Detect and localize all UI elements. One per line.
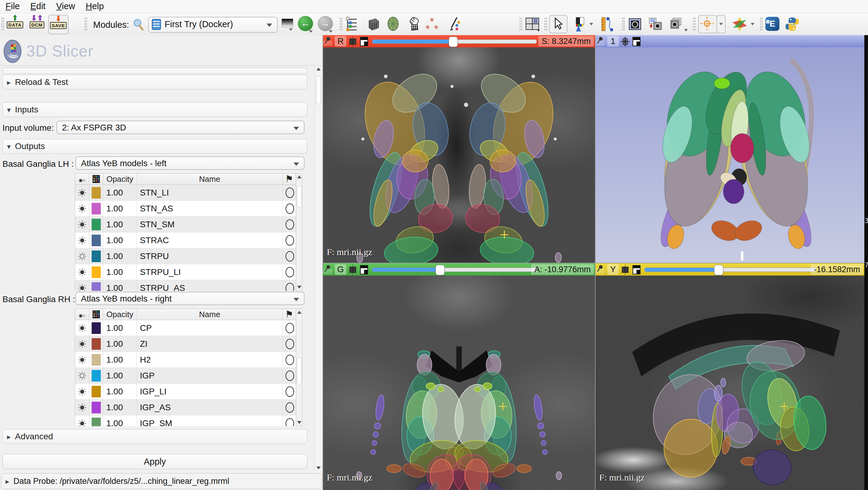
toolbar-drag-handle[interactable] <box>519 17 522 31</box>
opacity-cell[interactable]: 1.00 <box>103 320 137 336</box>
model-table-row[interactable]: 1.00 STN_AS <box>75 201 296 217</box>
view-menu-icon[interactable] <box>632 265 641 275</box>
collapsed-help-section[interactable] <box>2 67 307 73</box>
color-cell[interactable] <box>89 264 103 280</box>
color-cell[interactable] <box>89 217 103 233</box>
model-table-row[interactable]: 1.00 STRPU_LI <box>75 264 296 280</box>
flag-cell[interactable] <box>283 336 296 352</box>
slider-handle[interactable] <box>449 37 458 47</box>
color-column-header[interactable] <box>89 309 103 320</box>
menu-edit[interactable]: Edit <box>30 1 55 11</box>
name-cell[interactable]: CP <box>137 320 283 336</box>
visibility-cell[interactable] <box>75 336 89 352</box>
menu-help[interactable]: Help <box>86 1 113 11</box>
apply-button[interactable]: Apply <box>2 454 307 469</box>
model-table-row[interactable]: 1.00 STN_LI <box>75 185 296 201</box>
python-console-icon[interactable] <box>784 16 800 32</box>
flag-column-header[interactable]: ⚑ <box>283 174 296 185</box>
visibility-cell[interactable] <box>75 185 89 201</box>
opacity-cell[interactable]: 1.00 <box>103 352 137 368</box>
name-cell[interactable]: STRPU_LI <box>137 264 283 280</box>
name-column-header[interactable]: Name <box>137 174 283 185</box>
name-cell[interactable]: H2 <box>137 352 283 368</box>
color-cell[interactable] <box>89 400 103 416</box>
forward-button[interactable]: → <box>318 16 333 31</box>
model-table-row[interactable]: 1.00 CP <box>75 320 296 336</box>
model-table-row[interactable]: 1.00 IGP_LI <box>75 384 296 400</box>
data-probe-bar[interactable]: ▸Data Probe: /private/var/folders/z5/...… <box>1 473 322 489</box>
pin-icon[interactable] <box>323 269 332 274</box>
rh-model-selector[interactable]: Atlas YeB models - right <box>75 292 305 305</box>
color-cell[interactable] <box>89 336 103 352</box>
lh-model-selector[interactable]: Atlas YeB models - left <box>75 156 305 170</box>
opacity-cell[interactable]: 1.00 <box>103 264 137 280</box>
opacity-cell[interactable]: 1.00 <box>103 416 137 426</box>
toolbar-drag-handle[interactable] <box>1 17 4 31</box>
center-view-icon[interactable] <box>621 37 630 47</box>
name-cell[interactable]: IGP <box>137 368 283 384</box>
module-history-icon[interactable] <box>282 19 293 27</box>
screenshot-camera-icon[interactable] <box>627 16 643 31</box>
models-icon[interactable] <box>385 16 401 31</box>
name-cell[interactable]: STN_AS <box>137 201 283 217</box>
flag-cell[interactable] <box>283 185 296 201</box>
toolbar-drag-handle[interactable] <box>622 17 625 31</box>
name-column-header[interactable]: Name <box>137 309 283 320</box>
color-cell[interactable] <box>89 384 103 400</box>
color-cell[interactable] <box>89 320 103 336</box>
visibility-cell[interactable] <box>75 352 89 368</box>
slice-intersections-icon[interactable] <box>731 16 748 33</box>
flag-cell[interactable] <box>283 416 296 426</box>
annotations-pen-icon[interactable] <box>446 16 462 31</box>
name-cell[interactable]: IGP_SM <box>137 416 283 426</box>
slider-handle[interactable] <box>436 265 445 275</box>
visibility-cell[interactable] <box>75 248 89 264</box>
visibility-column-header[interactable]: ◉○ <box>75 309 89 320</box>
back-button[interactable]: ← <box>298 16 313 31</box>
view-menu-icon[interactable] <box>360 265 368 275</box>
color-cell[interactable] <box>89 368 103 384</box>
flag-cell[interactable] <box>283 248 296 264</box>
opacity-cell[interactable]: 1.00 <box>103 233 137 248</box>
color-cell[interactable] <box>89 280 103 291</box>
scene-view-camera-icon[interactable] <box>648 16 663 31</box>
view-menu-icon[interactable] <box>360 37 368 47</box>
visibility-cell[interactable] <box>75 368 89 384</box>
threed-view[interactable]: 1 <box>595 35 864 263</box>
extensions-manager-icon[interactable]: E <box>765 17 779 31</box>
threed-render-area[interactable] <box>595 48 864 263</box>
visibility-cell[interactable] <box>75 400 89 416</box>
opacity-cell[interactable]: 1.00 <box>103 384 137 400</box>
transforms-icon[interactable] <box>406 16 421 31</box>
section-reload-test[interactable]: ▸Reload & Test <box>2 75 307 90</box>
name-cell[interactable]: STRPU_AS <box>137 280 283 291</box>
opacity-cell[interactable]: 1.00 <box>103 368 137 384</box>
toolbar-drag-handle[interactable] <box>544 17 547 31</box>
yellow-slice-slider[interactable] <box>645 268 816 272</box>
visibility-cell[interactable] <box>75 416 89 426</box>
crosshair-menu-button[interactable] <box>716 15 726 33</box>
visibility-cell[interactable] <box>75 320 89 336</box>
save-button[interactable]: ⬇ SAVE <box>48 15 68 34</box>
flag-cell[interactable] <box>283 233 296 248</box>
load-data-button[interactable]: ⬆ DATA <box>6 15 24 33</box>
opacity-cell[interactable]: 1.00 <box>103 336 137 352</box>
mouse-mode-button[interactable] <box>549 15 567 33</box>
flag-cell[interactable] <box>283 352 296 368</box>
pin-icon[interactable] <box>595 41 605 46</box>
red-slice-image[interactable]: F: mri.nii.gz <box>323 48 595 263</box>
module-selector[interactable]: First Try (Docker) <box>148 17 278 33</box>
visibility-cell[interactable] <box>75 201 89 217</box>
slice-visibility-icon[interactable] <box>348 37 357 47</box>
menu-view[interactable]: View <box>56 1 84 11</box>
model-table-row[interactable]: 1.00 STN_SM <box>75 217 296 233</box>
name-cell[interactable]: STN_LI <box>137 185 283 201</box>
toolbar-drag-handle[interactable] <box>693 17 696 31</box>
name-cell[interactable]: STN_SM <box>137 217 283 233</box>
color-cell[interactable] <box>89 233 103 248</box>
opacity-cell[interactable]: 1.00 <box>103 185 137 201</box>
section-outputs[interactable]: ▾Outputs <box>2 139 307 154</box>
pin-icon[interactable] <box>323 41 332 46</box>
color-cell[interactable] <box>89 416 103 426</box>
opacity-cell[interactable]: 1.00 <box>103 217 137 233</box>
